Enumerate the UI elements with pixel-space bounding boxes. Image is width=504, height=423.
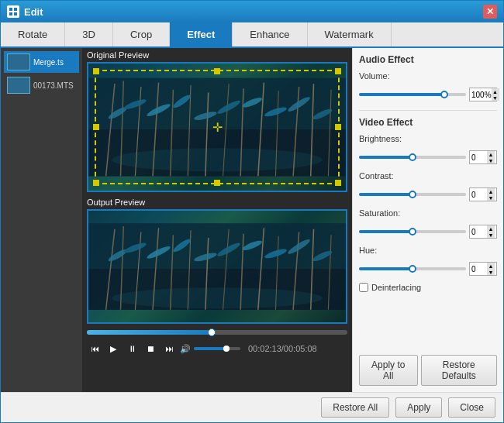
contrast-spinbox: 0 ▲ ▼	[469, 187, 497, 201]
edit-window: Edit ✕ Rotate 3D Crop Effect Enhance Wat…	[0, 0, 504, 423]
contrast-row: Contrast:	[359, 171, 497, 181]
saturation-up-button[interactable]: ▲	[487, 225, 495, 232]
right-panel: Audio Effect Volume: 100% ▲ ▼	[352, 48, 503, 392]
window-title: Edit	[24, 6, 483, 18]
body-area: Merge.ts 00173.MTS Original Preview	[1, 48, 503, 392]
progress-fill	[87, 330, 212, 335]
volume-label: Volume:	[359, 71, 409, 81]
crop-handle-bl[interactable]	[93, 180, 99, 186]
svg-rect-3	[14, 12, 17, 15]
tab-watermark[interactable]: Watermark	[308, 22, 392, 46]
file-item-merge[interactable]: Merge.ts	[4, 51, 79, 73]
hue-value: 0	[471, 265, 476, 273]
brightness-value: 0	[471, 153, 476, 162]
restore-all-button[interactable]: Restore All	[321, 397, 389, 418]
crop-handle-mr[interactable]	[335, 124, 341, 130]
saturation-slider-row: 0 ▲ ▼	[359, 225, 497, 239]
apply-button[interactable]: Apply	[395, 397, 442, 418]
progress-bar-area	[82, 327, 352, 338]
crop-overlay[interactable]: ✛	[95, 70, 340, 184]
contrast-slider-row: 0 ▲ ▼	[359, 187, 497, 201]
tab-rotate[interactable]: Rotate	[1, 22, 65, 46]
saturation-label: Saturation:	[359, 208, 409, 218]
contrast-slider-thumb[interactable]	[409, 191, 416, 198]
brightness-label: Brightness:	[359, 134, 409, 143]
volume-up-button[interactable]: ▲	[492, 88, 499, 95]
brightness-slider-track[interactable]	[359, 156, 466, 159]
contrast-slider-track[interactable]	[359, 193, 466, 196]
skip-back-button[interactable]: ⏮	[87, 341, 102, 356]
contrast-slider-fill	[359, 193, 413, 196]
saturation-spinbox: 0 ▲ ▼	[469, 225, 497, 239]
controls-bar: ⏮ ▶ ⏸ ⏹ ⏭ 🔊 00:02:13/00:05:08	[82, 338, 352, 359]
video-effect-title: Video Effect	[359, 117, 497, 128]
center-panel: Original Preview	[82, 48, 352, 392]
volume-down-button[interactable]: ▼	[492, 95, 499, 101]
volume-slider-thumb[interactable]	[440, 91, 448, 98]
tab-3d[interactable]: 3D	[65, 22, 113, 46]
file-name-mts: 00173.MTS	[33, 81, 74, 90]
saturation-spin-arrows: ▲ ▼	[487, 225, 495, 238]
hue-slider-thumb[interactable]	[409, 265, 416, 273]
hue-up-button[interactable]: ▲	[487, 263, 495, 269]
apply-to-all-button[interactable]: Apply to All	[359, 355, 418, 386]
contrast-spin-arrows: ▲ ▼	[487, 188, 495, 201]
contrast-up-button[interactable]: ▲	[487, 188, 495, 194]
progress-track[interactable]	[87, 330, 347, 335]
hue-slider-fill	[359, 267, 413, 270]
brightness-slider-thumb[interactable]	[409, 153, 416, 161]
brightness-slider-fill	[359, 156, 413, 159]
saturation-slider-track[interactable]	[359, 230, 466, 233]
hue-label: Hue:	[359, 246, 409, 255]
original-preview: ✛	[87, 62, 347, 192]
file-thumbnail-mts	[7, 77, 30, 94]
close-window-button[interactable]: ✕	[483, 5, 497, 19]
hue-row: Hue:	[359, 246, 497, 255]
file-thumbnail-merge	[7, 53, 30, 70]
brightness-down-button[interactable]: ▼	[487, 157, 495, 163]
volume-slider-row: 100% ▲ ▼	[359, 88, 497, 101]
crop-crosshair: ✛	[212, 120, 223, 135]
svg-rect-0	[9, 8, 12, 11]
deinterlacing-checkbox[interactable]	[359, 283, 368, 292]
hue-slider-track[interactable]	[359, 267, 466, 270]
volume-slider[interactable]	[194, 347, 240, 350]
file-name-merge: Merge.ts	[33, 58, 64, 67]
brightness-spin-arrows: ▲ ▼	[487, 151, 495, 163]
contrast-label: Contrast:	[359, 171, 409, 181]
crop-handle-br[interactable]	[335, 180, 341, 186]
tab-effect[interactable]: Effect	[170, 22, 233, 46]
crop-handle-tr[interactable]	[335, 68, 341, 74]
output-preview-label: Output Preview	[82, 195, 352, 209]
saturation-slider-fill	[359, 230, 413, 233]
saturation-slider-thumb[interactable]	[409, 228, 416, 236]
progress-thumb[interactable]	[208, 328, 216, 336]
tab-crop[interactable]: Crop	[113, 22, 170, 46]
svg-point-33	[112, 287, 323, 308]
crop-handle-bm[interactable]	[214, 180, 220, 186]
hue-down-button[interactable]: ▼	[487, 269, 495, 275]
skip-forward-button[interactable]: ⏭	[161, 341, 177, 356]
close-button[interactable]: Close	[448, 397, 495, 418]
brightness-spinbox: 0 ▲ ▼	[469, 150, 497, 164]
crop-handle-tl[interactable]	[93, 68, 99, 74]
saturation-row: Saturation:	[359, 208, 497, 218]
crop-handle-tm[interactable]	[214, 68, 220, 74]
brightness-up-button[interactable]: ▲	[487, 151, 495, 157]
saturation-down-button[interactable]: ▼	[487, 232, 495, 238]
contrast-down-button[interactable]: ▼	[487, 194, 495, 201]
file-item-mts[interactable]: 00173.MTS	[4, 74, 79, 96]
play-button[interactable]: ▶	[105, 341, 121, 356]
restore-defaults-button[interactable]: Restore Defaults	[421, 355, 498, 386]
output-preview	[87, 209, 347, 324]
right-bottom-actions: Apply to All Restore Defaults	[359, 355, 497, 386]
volume-slider-track[interactable]	[359, 93, 466, 96]
tab-enhance[interactable]: Enhance	[233, 22, 307, 46]
volume-spinbox: 100% ▲ ▼	[469, 88, 497, 101]
volume-thumb[interactable]	[223, 346, 230, 352]
crop-handle-ml[interactable]	[93, 124, 99, 130]
stop-button[interactable]: ⏹	[143, 341, 158, 356]
svg-rect-2	[9, 12, 12, 15]
tabs-bar: Rotate 3D Crop Effect Enhance Watermark	[1, 22, 503, 48]
pause-button[interactable]: ⏸	[124, 341, 140, 356]
